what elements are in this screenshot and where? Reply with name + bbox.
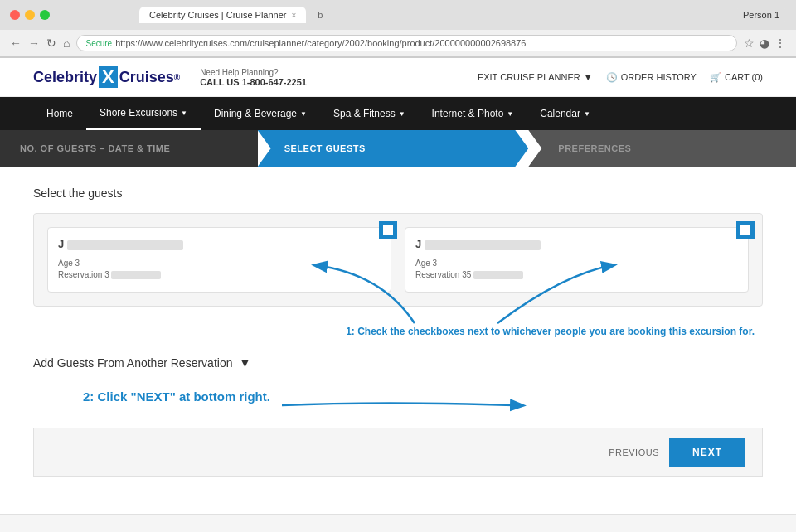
tab-label: Celebrity Cruises | Cruise Planner xyxy=(149,10,286,20)
menu-icon[interactable]: ⋮ xyxy=(774,36,786,50)
nav-dining-label: Dining & Beverage xyxy=(214,108,297,119)
nav-item-internet[interactable]: Internet & Photo ▼ xyxy=(419,98,527,129)
secure-badge: Secure xyxy=(85,39,112,48)
active-browser-tab[interactable]: Celebrity Cruises | Cruise Planner × xyxy=(139,7,306,23)
annotation1-area: 1: Check the checkboxes next to whicheve… xyxy=(33,323,763,339)
guest1-res-blur xyxy=(111,271,161,279)
nav-shore-label: Shore Excursions xyxy=(100,107,177,118)
logo-celebrity: Celebrity xyxy=(33,69,97,86)
nav-item-spa[interactable]: Spa & Fitness ▼ xyxy=(320,98,419,129)
exit-chevron-icon: ▼ xyxy=(584,72,593,82)
step-3-label: PREFERENCES xyxy=(558,143,631,153)
site-logo: Celebrity X Cruises ® xyxy=(33,66,180,88)
spa-chevron-icon: ▼ xyxy=(399,110,405,118)
guests-container: J Age 3 Reservation 3 xyxy=(33,213,763,307)
guest2-name-blur xyxy=(425,240,541,250)
guest2-age: Age 3 xyxy=(415,259,738,268)
step-3: PREFERENCES xyxy=(528,130,796,167)
calendar-chevron-icon: ▼ xyxy=(584,110,590,118)
bookmark-icon[interactable]: ☆ xyxy=(744,36,755,50)
logo-area: Celebrity X Cruises ® Need Help Planning… xyxy=(33,66,307,88)
previous-btn[interactable]: PREVIOUS xyxy=(609,447,659,457)
next-btn[interactable]: NEXT xyxy=(669,438,745,467)
step-1: NO. OF GUESTS – DATE & TIME xyxy=(0,130,258,167)
annotation2-text: 2: Click "NEXT" at bottom right. xyxy=(83,389,270,404)
phone-label: CALL US 1-800-647-2251 xyxy=(200,77,307,87)
cart-btn[interactable]: 🛒 CART (0) xyxy=(710,72,763,83)
forward-btn[interactable]: → xyxy=(28,36,40,50)
cart-label: CART (0) xyxy=(725,72,763,82)
clock-icon: 🕓 xyxy=(606,72,618,83)
site-footer: MORE FOR YOUR CRUISE Browse GET IN TOUCH… xyxy=(0,514,796,532)
dining-chevron-icon: ▼ xyxy=(300,110,307,118)
guest-checkbox-1[interactable] xyxy=(379,221,397,239)
checkbox-inner-2 xyxy=(740,225,750,235)
dot-red[interactable] xyxy=(10,10,20,20)
dot-yellow[interactable] xyxy=(25,10,35,20)
site-header: Celebrity X Cruises ® Need Help Planning… xyxy=(0,58,796,97)
guest-checkbox-2[interactable] xyxy=(736,221,755,239)
guest1-name-blur xyxy=(67,240,183,250)
nav-item-calendar[interactable]: Calendar ▼ xyxy=(527,98,604,129)
guest2-res-blur xyxy=(473,271,523,279)
website-content: Celebrity X Cruises ® Need Help Planning… xyxy=(0,58,796,532)
browser-titlebar: Celebrity Cruises | Cruise Planner × b P… xyxy=(0,0,796,30)
shore-chevron-icon: ▼ xyxy=(181,109,187,117)
step-1-label: NO. OF GUESTS – DATE & TIME xyxy=(20,143,170,153)
dot-green[interactable] xyxy=(40,10,50,20)
extensions-icon[interactable]: ◕ xyxy=(760,36,769,50)
browser-dots xyxy=(10,10,50,20)
nav-calendar-label: Calendar xyxy=(540,108,580,119)
section-title: Select the guests xyxy=(33,186,763,200)
guest-card-1: J Age 3 Reservation 3 xyxy=(47,227,391,293)
nav-home-label: Home xyxy=(46,108,73,119)
content-wrapper: Select the guests J Age 3 xyxy=(33,186,763,477)
annotation1-text: 1: Check the checkboxes next to whicheve… xyxy=(33,323,763,339)
guest2-initial: J xyxy=(415,238,421,250)
extra-tab[interactable]: b xyxy=(308,7,332,23)
nav-buttons-bar: PREVIOUS NEXT xyxy=(33,428,763,477)
guests-with-annotation: J Age 3 Reservation 3 xyxy=(33,213,763,477)
step-2: SELECT GUESTS xyxy=(258,130,529,167)
booking-steps: NO. OF GUESTS – DATE & TIME SELECT GUEST… xyxy=(0,130,796,167)
address-box[interactable]: Secure https://www.celebritycruises.com/… xyxy=(76,35,737,51)
guest1-age: Age 3 xyxy=(58,259,381,268)
refresh-btn[interactable]: ↻ xyxy=(46,36,56,50)
nav-item-shore-excursions[interactable]: Shore Excursions ▼ xyxy=(86,97,201,130)
annotation2-area: 2: Click "NEXT" at bottom right. xyxy=(33,393,763,421)
guest1-initial: J xyxy=(58,238,64,250)
browser-addressbar: ← → ↻ ⌂ Secure https://www.celebritycrui… xyxy=(0,30,796,57)
help-label: Need Help Planning? xyxy=(200,68,307,77)
address-actions: ☆ ◕ ⋮ xyxy=(744,36,786,50)
order-history-label: ORDER HISTORY xyxy=(621,72,696,82)
add-guests-section[interactable]: Add Guests From Another Reservation ▼ xyxy=(33,346,763,380)
logo-cruises: Cruises xyxy=(119,69,174,86)
order-history-btn[interactable]: 🕓 ORDER HISTORY xyxy=(606,72,696,83)
logo-x: X xyxy=(99,66,118,88)
add-guests-label: Add Guests From Another Reservation xyxy=(33,356,232,370)
nav-item-home[interactable]: Home xyxy=(33,98,86,129)
step-2-label: SELECT GUESTS xyxy=(284,143,366,153)
url-text: https://www.celebritycruises.com/cruisep… xyxy=(115,38,526,48)
guest-card-2: J Age 3 Reservation 35 xyxy=(405,227,749,293)
add-guests-chevron-icon: ▼ xyxy=(239,356,250,370)
tab-close-btn[interactable]: × xyxy=(291,11,296,20)
guest1-reservation: Reservation 3 xyxy=(58,270,381,279)
exit-planner-btn[interactable]: EXIT CRUISE PLANNER ▼ xyxy=(478,72,593,82)
checkbox-inner-1 xyxy=(383,225,393,235)
back-btn[interactable]: ← xyxy=(10,36,22,50)
guest2-reservation: Reservation 35 xyxy=(415,270,738,279)
exit-planner-label: EXIT CRUISE PLANNER xyxy=(478,72,580,82)
home-btn[interactable]: ⌂ xyxy=(63,36,70,50)
nav-internet-label: Internet & Photo xyxy=(432,108,504,119)
site-nav: Home Shore Excursions ▼ Dining & Beverag… xyxy=(0,97,796,130)
person-badge: Person 1 xyxy=(736,8,786,22)
nav-spa-label: Spa & Fitness xyxy=(333,108,396,119)
nav-item-dining[interactable]: Dining & Beverage ▼ xyxy=(201,98,320,129)
logo-trademark: ® xyxy=(174,73,180,82)
internet-chevron-icon: ▼ xyxy=(507,110,513,118)
browser-chrome: Celebrity Cruises | Cruise Planner × b P… xyxy=(0,0,796,58)
header-actions: EXIT CRUISE PLANNER ▼ 🕓 ORDER HISTORY 🛒 … xyxy=(478,72,763,83)
cart-icon: 🛒 xyxy=(710,72,721,83)
main-content: Select the guests J Age 3 xyxy=(0,167,796,514)
